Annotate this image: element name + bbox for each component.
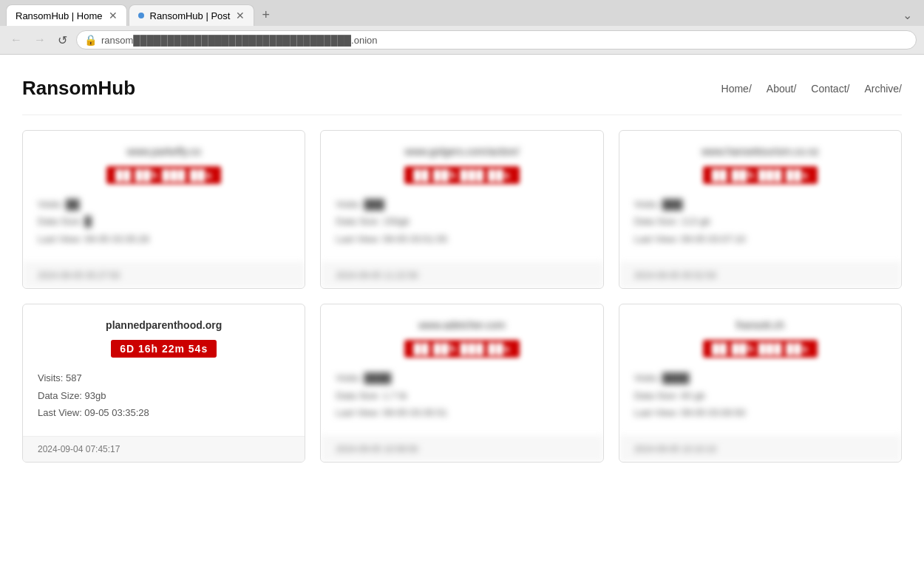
- timer-badge-2: ██ ██h ███ ██s: [703, 166, 818, 184]
- card-2[interactable]: www.hansettourism.co.nz ██ ██h ███ ██s V…: [619, 130, 902, 289]
- card-datasize-5: Data Size: 83 gb: [634, 387, 886, 404]
- card-datasize-3: Data Size: 93gb: [38, 387, 290, 404]
- new-tab-button[interactable]: +: [256, 4, 276, 26]
- address-icons: 🔒: [84, 34, 97, 46]
- tab-post-title: RansomHub | Post: [150, 10, 231, 21]
- refresh-button[interactable]: ↺: [55, 32, 70, 49]
- card-datasize-0: Data Size: █: [38, 213, 290, 230]
- card-5[interactable]: fransott.ch ██ ██h ███ ██s Visits: ████ …: [619, 304, 902, 463]
- timer-badge-0: ██ ██h ███ ██s: [106, 166, 221, 184]
- nav-contact[interactable]: Contact/: [811, 83, 849, 95]
- card-timer-4: ██ ██h ███ ██s: [336, 340, 588, 358]
- card-datasize-4: Data Size: 1.7 tb: [336, 387, 588, 404]
- nav-archive[interactable]: Archive/: [864, 83, 902, 95]
- timer-badge-4: ██ ██h ███ ██s: [404, 340, 519, 358]
- timer-badge-3: 6D 16h 22m 54s: [111, 340, 217, 358]
- nav-home[interactable]: Home/: [721, 83, 752, 95]
- card-lastview-3: Last View: 09-05 03:35:28: [38, 404, 290, 421]
- card-3[interactable]: plannedparenthood.org 6D 16h 22m 54s Vis…: [22, 304, 305, 463]
- address-bar: ← → ↺ 🔒 ransom██████████████████████████…: [0, 26, 924, 54]
- card-domain-1: www.golgers.com/action/: [336, 146, 588, 157]
- card-lastview-1: Last View: 09-05 03:51:55: [336, 231, 588, 248]
- card-visits-3: Visits: 587: [38, 369, 290, 386]
- card-footer-4: 2024-09-05 10:58:50: [321, 436, 602, 462]
- card-domain-5: fransott.ch: [634, 319, 886, 331]
- card-domain-2: www.hansettourism.co.nz: [634, 146, 886, 157]
- card-visits-2: Visits: ███: [634, 196, 886, 213]
- tab-home[interactable]: RansomHub | Home ✕: [6, 4, 127, 26]
- card-datasize-1: Data Size: 150gb: [336, 213, 588, 230]
- card-footer-5: 2024-09-05 10:10:10: [619, 436, 901, 462]
- card-stats-3: Visits: 587 Data Size: 93gb Last View: 0…: [38, 369, 290, 421]
- nav-about[interactable]: About/: [767, 83, 796, 95]
- timer-badge-5: ██ ██h ███ ██s: [703, 340, 818, 358]
- card-lastview-4: Last View: 09-05 03:35:51: [336, 404, 588, 421]
- tab-overflow-button[interactable]: ⌄: [897, 5, 918, 25]
- card-1[interactable]: www.golgers.com/action/ ██ ██h ███ ██s V…: [320, 130, 603, 289]
- card-stats-2: Visits: ███ Data Size: 113 gb Last View:…: [634, 196, 886, 248]
- timer-badge-1: ██ ██h ███ ██s: [404, 166, 519, 184]
- card-stats-1: Visits: ███ Data Size: 150gb Last View: …: [336, 196, 588, 248]
- card-datasize-2: Data Size: 113 gb: [634, 213, 886, 230]
- card-body-0: www.parkefly.co ██ ██h ███ ██s Visits: █…: [23, 131, 305, 262]
- card-lastview-0: Last View: 09-05 03:35:28: [38, 231, 290, 248]
- card-visits-0: Visits: ██: [38, 196, 290, 213]
- card-stats-0: Visits: ██ Data Size: █ Last View: 09-05…: [38, 196, 290, 248]
- card-stats-4: Visits: ████ Data Size: 1.7 tb Last View…: [336, 369, 588, 421]
- tab-post-close[interactable]: ✕: [236, 10, 245, 21]
- card-footer-1: 2024-09-05 11:22:50: [321, 262, 602, 288]
- main-nav: Home/ About/ Contact/ Archive/: [721, 83, 902, 95]
- card-visits-4: Visits: ████: [336, 369, 588, 386]
- card-footer-3: 2024-09-04 07:45:17: [23, 436, 305, 462]
- card-lastview-5: Last View: 09-05 03:00:50: [634, 404, 886, 421]
- card-0[interactable]: www.parkefly.co ██ ██h ███ ██s Visits: █…: [22, 130, 305, 289]
- browser-chrome: RansomHub | Home ✕ RansomHub | Post ✕ + …: [0, 0, 924, 55]
- tab-home-title: RansomHub | Home: [16, 10, 103, 21]
- card-body-5: fransott.ch ██ ██h ███ ██s Visits: ████ …: [619, 304, 901, 436]
- card-footer-2: 2024-09-05 05:52:50: [619, 262, 901, 288]
- card-timer-2: ██ ██h ███ ██s: [634, 166, 886, 184]
- address-input[interactable]: 🔒 ransom████████████████████████████████…: [76, 30, 917, 50]
- page-content: RansomHub Home/ About/ Contact/ Archive/…: [0, 55, 924, 563]
- card-body-1: www.golgers.com/action/ ██ ██h ███ ██s V…: [321, 131, 602, 262]
- card-domain-0: www.parkefly.co: [38, 146, 290, 157]
- site-title: RansomHub: [22, 77, 135, 100]
- forward-button[interactable]: →: [31, 32, 49, 48]
- card-4[interactable]: www.adetcher.com ██ ██h ███ ██s Visits: …: [320, 304, 603, 463]
- card-body-2: www.hansettourism.co.nz ██ ██h ███ ██s V…: [619, 131, 901, 262]
- tab-home-close[interactable]: ✕: [109, 10, 118, 21]
- card-domain-3: plannedparenthood.org: [38, 319, 290, 331]
- card-body-4: www.adetcher.com ██ ██h ███ ██s Visits: …: [321, 304, 602, 436]
- card-stats-5: Visits: ████ Data Size: 83 gb Last View:…: [634, 369, 886, 421]
- card-domain-4: www.adetcher.com: [336, 319, 588, 331]
- tab-post[interactable]: RansomHub | Post ✕: [129, 4, 255, 26]
- card-timer-1: ██ ██h ███ ██s: [336, 166, 588, 184]
- card-timer-0: ██ ██h ███ ██s: [38, 166, 290, 184]
- card-footer-0: 2024-09-05 05:27:50: [23, 262, 305, 288]
- card-visits-5: Visits: ████: [634, 369, 886, 386]
- back-button[interactable]: ←: [7, 32, 25, 48]
- card-timer-5: ██ ██h ███ ██s: [634, 340, 886, 358]
- card-body-3: plannedparenthood.org 6D 16h 22m 54s Vis…: [23, 304, 305, 436]
- address-text: ransom████████████████████████████████.o…: [101, 35, 378, 46]
- cards-grid: www.parkefly.co ██ ██h ███ ██s Visits: █…: [22, 130, 902, 463]
- tab-bar: RansomHub | Home ✕ RansomHub | Post ✕ + …: [0, 0, 924, 26]
- site-header: RansomHub Home/ About/ Contact/ Archive/: [22, 69, 902, 115]
- card-visits-1: Visits: ███: [336, 196, 588, 213]
- card-lastview-2: Last View: 09-05 03:07:10: [634, 231, 886, 248]
- card-timer-3: 6D 16h 22m 54s: [38, 340, 290, 358]
- tab-dot-indicator: [138, 13, 144, 18]
